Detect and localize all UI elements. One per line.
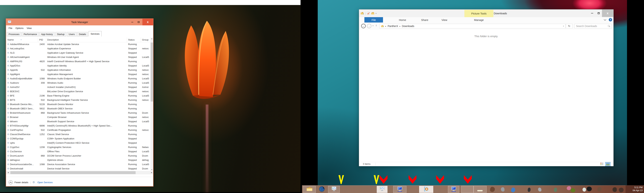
fewer-details-button[interactable]: Fewer details	[14, 181, 28, 184]
tray-icon[interactable]	[554, 188, 557, 192]
explorer-folder-icon[interactable]	[360, 12, 364, 15]
service-row[interactable]: ⚙Appinfo532Application InformationRunnin…	[6, 68, 150, 72]
service-row[interactable]: ⚙AppMgmtApplication ManagementStoppednet…	[6, 72, 150, 76]
service-row[interactable]: ⚙CryptSvc1208Cryptographic ServicesRunni…	[6, 145, 150, 149]
maximize-button[interactable]	[136, 19, 142, 25]
maximize-button[interactable]	[596, 9, 602, 17]
computer-taskbar-button[interactable]	[393, 186, 406, 193]
service-row[interactable]: ⚙DcomLaunch868DCOM Server Process Launch…	[6, 154, 150, 158]
address-dropdown-icon[interactable]: ▾	[563, 25, 564, 27]
column-header-pid[interactable]: PID	[38, 37, 46, 42]
back-button[interactable]: ←	[361, 24, 366, 28]
service-row[interactable]: ⚙COMSysAppCOM+ System ApplicationStopped	[6, 137, 150, 141]
service-row[interactable]: ⚙AxInstSVActiveX Installer (AxInstSV)Sto…	[6, 85, 150, 89]
up-button[interactable]: ↑	[376, 24, 377, 27]
close-button[interactable]: X	[602, 9, 613, 17]
scroll-right-icon[interactable]: ▶	[150, 172, 153, 173]
folder-content-area[interactable]: This folder is empty.	[359, 30, 614, 162]
tray-icon[interactable]	[500, 187, 505, 192]
qat-customize-icon[interactable]: ▾	[376, 12, 376, 14]
tab-app-history[interactable]: App history	[39, 32, 54, 36]
service-row[interactable]: ⚙CertPropSvc532Certificate PropagationRu…	[6, 128, 150, 132]
service-row[interactable]: ⚙CscServiceOffline FilesStoppedLocalS	[6, 149, 150, 154]
service-row[interactable]: ⚙AeLookupSvcApplication ExperienceStoppe…	[6, 46, 150, 51]
details-view-toggle[interactable]	[600, 163, 604, 166]
service-row[interactable]: ⚙AllUserInstallAgentWindows All-User Ins…	[6, 55, 150, 59]
tab-home[interactable]: Home	[399, 17, 406, 22]
close-button[interactable]: X	[142, 19, 153, 25]
search-input[interactable]: Search Downloads	[574, 24, 612, 28]
tab-services[interactable]: Services	[88, 31, 102, 36]
service-row[interactable]: ⚙AppIDSvcApplication IdentityStoppedLoca…	[6, 64, 150, 68]
tray-icon[interactable]	[597, 187, 602, 192]
minimize-button[interactable]	[589, 9, 595, 17]
tray-icon[interactable]	[586, 186, 592, 192]
ribbon-collapse-icon[interactable]	[604, 18, 606, 21]
tab-share[interactable]: Share	[421, 17, 428, 22]
tray-icon[interactable]	[582, 188, 586, 192]
tab-performance[interactable]: Performance	[22, 32, 39, 36]
service-row[interactable]: ⚙ALGApplication Layer Gateway ServiceSto…	[6, 51, 150, 55]
service-row[interactable]: ⚙BFE2196Base Filtering EngineRunningLoca…	[6, 94, 150, 98]
forward-button[interactable]: ←	[367, 24, 371, 28]
service-row[interactable]: ⚙DeviceAssociationSe...1088Device Associ…	[6, 162, 150, 167]
window-taskbar-button[interactable]	[474, 186, 486, 193]
service-row[interactable]: ⚙defragsvcOptimize drivesStoppeddefrag	[6, 158, 150, 162]
service-row[interactable]: ⚙AudioEndpointBuilder1088Windows Audio E…	[6, 76, 150, 81]
service-row[interactable]: ⚙BrowserComputer BrowserStoppednetsvc	[6, 115, 150, 119]
recent-locations-icon[interactable]: ▾	[373, 25, 374, 27]
menu-options[interactable]: Options	[16, 27, 24, 29]
column-header-group[interactable]: Group	[141, 37, 150, 42]
tab-details[interactable]: Details	[77, 32, 88, 36]
scroll-left-icon[interactable]: ◀	[7, 172, 10, 173]
search-icon[interactable]	[608, 25, 610, 27]
tray-icon[interactable]	[618, 187, 624, 193]
blank-taskbar-button[interactable]	[461, 186, 474, 193]
tray-icon[interactable]	[490, 187, 495, 193]
tray-icon[interactable]	[538, 187, 542, 192]
file-explorer-taskbar-button[interactable]	[303, 186, 316, 193]
service-row[interactable]: ⚙Bluetooth Device Mo...5228Bluetooth Dev…	[6, 102, 150, 107]
minimize-button[interactable]	[129, 19, 135, 25]
service-row[interactable]: ⚙Bluetooth OBEX Serv...5632Bluetooth OBE…	[6, 107, 150, 111]
breadcrumb-downloads[interactable]: Downloads	[402, 25, 414, 27]
scroll-up-icon[interactable]: ▲	[150, 38, 153, 39]
column-header-description[interactable]: Description	[46, 37, 127, 42]
tray-icon[interactable]	[510, 187, 516, 193]
tab-processes[interactable]: Processes	[7, 32, 21, 36]
firefox-taskbar-button[interactable]	[316, 186, 328, 193]
service-row[interactable]: ⚙Audiosrv308Windows AudioRunningLocalS	[6, 81, 150, 85]
media-player-taskbar-button[interactable]	[419, 186, 433, 193]
horizontal-scrollbar-thumb[interactable]	[10, 171, 136, 174]
refresh-button[interactable]: ↻	[566, 24, 572, 28]
properties-icon[interactable]	[367, 12, 370, 15]
column-header-status[interactable]: Status	[127, 37, 141, 42]
vertical-scrollbar[interactable]: ▲ ▼	[150, 37, 153, 171]
tray-icon[interactable]	[527, 188, 531, 192]
help-icon[interactable]: ?	[609, 18, 612, 21]
column-header-name[interactable]: ▲Name	[6, 37, 38, 42]
tab-users[interactable]: Users	[67, 32, 76, 36]
tab-file[interactable]: File	[364, 17, 383, 22]
vertical-scrollbar-thumb[interactable]	[150, 42, 153, 102]
breadcrumb-pantherx[interactable]: PantherX	[388, 25, 398, 27]
service-row[interactable]: ⚙bthservBluetooth Support ServiceStopped…	[6, 119, 150, 124]
collapse-circle-icon[interactable]	[8, 180, 13, 185]
computer-taskbar-button[interactable]	[448, 186, 459, 193]
tab-startup[interactable]: Startup	[55, 32, 66, 36]
service-row[interactable]: ⚙BITS532Background Intelligent Transfer …	[6, 98, 150, 102]
menu-file[interactable]: File	[8, 27, 12, 29]
address-breadcrumb-field[interactable]: ▸ PantherX ▸ Downloads ▾	[380, 24, 566, 28]
tab-manage[interactable]: Manage	[474, 17, 484, 22]
service-row[interactable]: ⚙cphsIntel(R) Content Protection HECI Se…	[6, 141, 150, 145]
service-row[interactable]: ⚙AdobeARMservice2400Adobe Acrobat Update…	[6, 42, 150, 46]
menu-view[interactable]: View	[27, 27, 32, 29]
tray-icon[interactable]	[566, 186, 571, 190]
tray-icon[interactable]	[570, 188, 576, 193]
tray-icon[interactable]	[612, 187, 617, 192]
service-row[interactable]: ⚙BrokerInfrastructure868Background Tasks…	[6, 111, 150, 115]
tab-view[interactable]: View	[442, 17, 447, 22]
service-row[interactable]: ⚙BDESVCBitLocker Drive Encryption Servic…	[6, 89, 150, 94]
scroll-down-icon[interactable]: ▼	[150, 169, 153, 171]
service-row[interactable]: ⚙BTHSSecurityMgr6896Intel(R) Centrino(R)…	[6, 124, 150, 128]
